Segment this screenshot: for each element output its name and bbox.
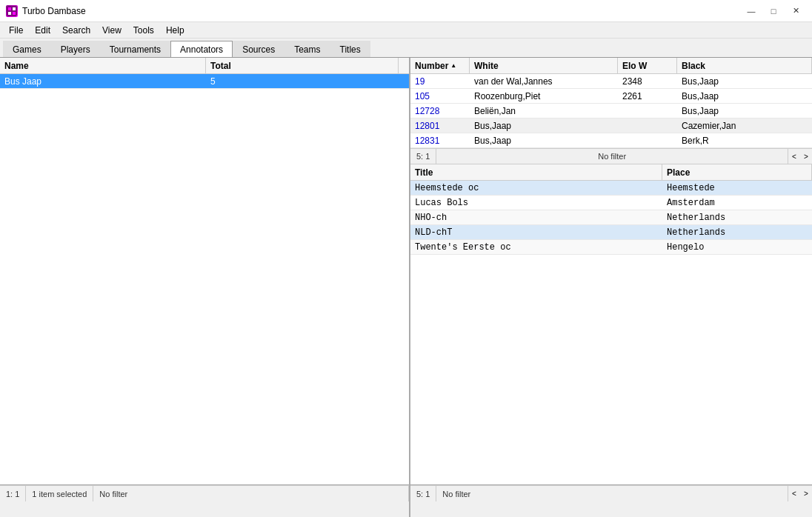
window-controls: — □ ✕ — [741, 4, 806, 19]
game-black: Bus,Jaap — [677, 104, 812, 118]
right-bottom-status: 5: 1 No filter < > — [410, 485, 812, 501]
nav-prev-button[interactable]: < — [788, 149, 800, 164]
col-place: Place — [662, 164, 812, 180]
table-row[interactable]: 12728 Beliën,Jan Bus,Jaap — [410, 104, 812, 119]
left-table-header: Name Total — [0, 58, 409, 74]
right-games-header: Number ▲ White Elo W Black — [410, 58, 812, 74]
tournament-place: Amsterdam — [662, 196, 812, 210]
right-bottom-body: Heemstede oc Heemstede Lucas Bols Amster… — [410, 181, 812, 484]
svg-rect-3 — [8, 12, 11, 15]
tab-sources[interactable]: Sources — [233, 41, 284, 57]
tab-titles[interactable]: Titles — [330, 41, 370, 57]
menu-item-view[interactable]: View — [96, 24, 127, 37]
game-white: van der Wal,Jannes — [470, 75, 618, 88]
right-filter: No filter — [436, 149, 788, 164]
right-position: 5: 1 — [410, 149, 436, 164]
col-title: Title — [410, 164, 662, 180]
table-row[interactable]: Twente's Eerste oc Hengelo — [410, 240, 812, 255]
game-number: 12831 — [410, 134, 470, 147]
right-col-elow: Elo W — [618, 58, 677, 73]
svg-rect-4 — [13, 12, 16, 15]
tournament-place: Netherlands — [662, 211, 812, 224]
annotator-total: 5 — [206, 75, 399, 88]
game-elow: 2261 — [618, 90, 677, 103]
table-row[interactable]: 12831 Bus,Jaap Berk,R — [410, 133, 812, 148]
bottom-nav-prev-button[interactable]: < — [788, 486, 800, 501]
game-white: Roozenburg,Piet — [470, 90, 618, 103]
tournament-place: Netherlands — [662, 226, 812, 239]
game-black: Bus,Jaap — [677, 90, 812, 103]
game-number: 19 — [410, 75, 470, 88]
main-content: Name Total Bus Jaap 5 Number ▲ White Elo… — [0, 58, 812, 484]
table-row[interactable]: NHO-ch Netherlands — [410, 210, 812, 225]
left-bottom-status: 1: 1 1 item selected No filter — [0, 485, 409, 501]
svg-rect-1 — [8, 7, 11, 10]
game-elow: 2348 — [618, 75, 677, 88]
tab-annotators[interactable]: Annotators — [170, 41, 233, 57]
svg-rect-2 — [13, 7, 16, 10]
game-number: 105 — [410, 90, 470, 103]
tournament-title: NLD-chT — [410, 226, 662, 239]
right-bottom-header: Title Place — [410, 164, 812, 181]
menu-bar: FileEditSearchViewToolsHelp — [0, 22, 812, 39]
minimize-button[interactable]: — — [741, 4, 762, 19]
maximize-button[interactable]: □ — [763, 4, 784, 19]
table-row[interactable]: 19 van der Wal,Jannes 2348 Bus,Jaap — [410, 74, 812, 89]
left-position: 1: 1 — [0, 486, 26, 501]
game-number: 12728 — [410, 104, 470, 118]
tournament-place: Heemstede — [662, 181, 812, 195]
game-black: Berk,R — [677, 134, 812, 147]
game-number: 12801 — [410, 119, 470, 133]
tournament-title: Heemstede oc — [410, 181, 662, 195]
game-black: Bus,Jaap — [677, 75, 812, 88]
bottom-nav-next-button[interactable]: > — [800, 486, 812, 501]
game-elow — [618, 139, 677, 142]
annotator-name: Bus Jaap — [0, 75, 206, 88]
tab-bar: GamesPlayersTournamentsAnnotatorsSources… — [0, 39, 812, 58]
tournament-title: NHO-ch — [410, 211, 662, 224]
right-panel: Number ▲ White Elo W Black 19 van der Wa… — [410, 58, 812, 484]
title-bar: Turbo Dambase — □ ✕ — [0, 0, 812, 22]
right-col-black: Black — [677, 58, 812, 73]
left-table-body: Bus Jaap 5 — [0, 74, 409, 484]
bottom-left: 1: 1 1 item selected No filter — [0, 485, 410, 517]
right-col-white: White — [470, 58, 618, 73]
table-row[interactable]: Bus Jaap 5 — [0, 74, 409, 89]
bottom-right: 5: 1 No filter < > — [410, 485, 812, 517]
menu-item-file[interactable]: File — [3, 24, 29, 37]
table-row[interactable]: 105 Roozenburg,Piet 2261 Bus,Jaap — [410, 89, 812, 104]
game-elow — [618, 110, 677, 113]
table-row[interactable]: Heemstede oc Heemstede — [410, 181, 812, 196]
selection-count: 1 item selected — [26, 486, 93, 501]
game-white: Bus,Jaap — [470, 119, 618, 133]
menu-item-search[interactable]: Search — [56, 24, 96, 37]
game-white: Beliën,Jan — [470, 104, 618, 118]
right-filter-bottom: No filter — [436, 486, 788, 501]
tournament-title: Lucas Bols — [410, 196, 662, 210]
left-panel: Name Total Bus Jaap 5 — [0, 58, 410, 484]
sort-arrow-icon: ▲ — [450, 62, 456, 69]
bottom-area: 1: 1 1 item selected No filter 5: 1 No f… — [0, 484, 812, 517]
menu-item-help[interactable]: Help — [160, 24, 190, 37]
right-games-body: 19 van der Wal,Jannes 2348 Bus,Jaap 105 … — [410, 74, 812, 148]
close-button[interactable]: ✕ — [785, 4, 806, 19]
tab-tournaments[interactable]: Tournaments — [100, 41, 170, 57]
tournament-title: Twente's Eerste oc — [410, 241, 662, 254]
app-icon — [6, 5, 18, 17]
tab-players[interactable]: Players — [51, 41, 100, 57]
tab-games[interactable]: Games — [3, 41, 51, 57]
right-top-status-bar: 5: 1 No filter < > — [410, 148, 812, 164]
left-col-total: Total — [206, 58, 399, 73]
table-row[interactable]: Lucas Bols Amsterdam — [410, 196, 812, 210]
tab-teams[interactable]: Teams — [284, 41, 330, 57]
table-row[interactable]: NLD-chT Netherlands — [410, 225, 812, 240]
table-row[interactable]: 12801 Bus,Jaap Cazemier,Jan — [410, 119, 812, 133]
right-bottom: Title Place Heemstede oc Heemstede Lucas… — [410, 164, 812, 484]
nav-next-button[interactable]: > — [800, 149, 812, 164]
menu-item-tools[interactable]: Tools — [127, 24, 160, 37]
menu-item-edit[interactable]: Edit — [29, 24, 56, 37]
left-filter: No filter — [93, 486, 409, 501]
game-white: Bus,Jaap — [470, 134, 618, 147]
left-col-name: Name — [0, 58, 206, 73]
game-elow — [618, 124, 677, 127]
